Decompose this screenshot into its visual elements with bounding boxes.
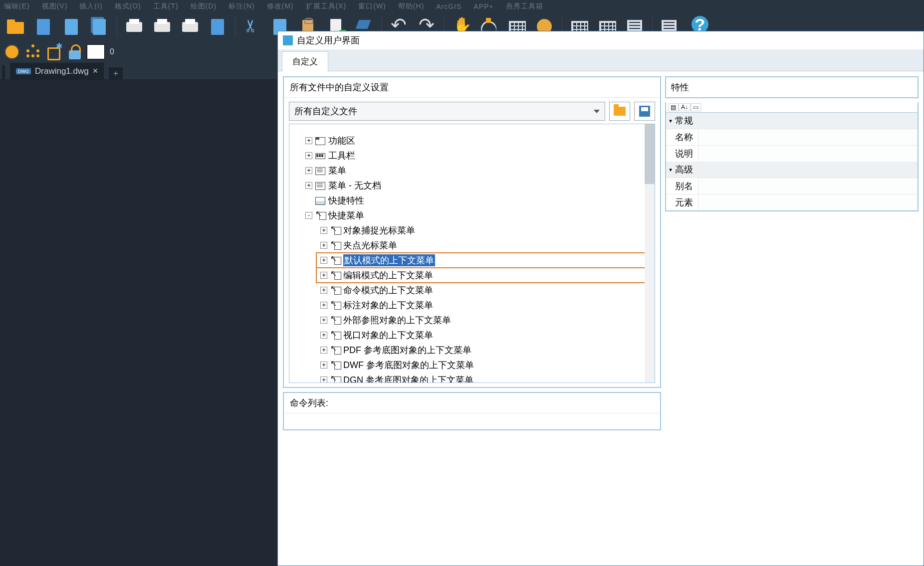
add-tab-button[interactable]: ＋ [109,67,123,79]
expand-icon[interactable]: + [320,287,327,294]
tree-row[interactable]: +DWF 参考底图对象的上下文菜单 [316,358,655,373]
tree-scroll-thumb[interactable] [645,124,655,184]
expand-icon[interactable]: + [320,332,327,339]
customizations-tree[interactable]: +功能区+工具栏+菜单+菜单 - 无文档快捷特性-快捷菜单+对象捕捉光标菜单+夹… [289,124,655,383]
tree-row[interactable]: +外部参照对象的上下文菜单 [316,313,655,328]
tree-row[interactable]: 快捷特性 [301,193,655,208]
document-tab-active[interactable]: DWG Drawing1.dwg × [10,63,104,79]
print-preview-button[interactable] [149,14,175,40]
property-grid-toolbar[interactable]: ▤ A↓ ▭ [665,102,919,113]
menu-item[interactable]: 标注(N) [229,2,254,11]
open-cui-button[interactable] [609,102,630,121]
publish-button[interactable] [205,14,231,40]
property-row[interactable]: 名称 [666,129,918,145]
tree-row[interactable]: +工具栏 [301,148,655,163]
tree-row[interactable]: +视口对象的上下文菜单 [316,328,655,343]
lock-icon[interactable] [66,43,84,61]
dialog-titlebar: 自定义用户界面 [278,31,924,49]
print-button[interactable] [121,14,147,40]
expand-icon[interactable]: + [305,152,312,159]
menu-item[interactable]: 扩展工具(X) [306,2,347,11]
expand-icon[interactable]: + [320,242,327,249]
prop-sort-az-icon[interactable]: A↓ [679,103,691,111]
light-bulb-icon[interactable] [3,43,21,61]
prop-icon [315,196,325,205]
expand-icon[interactable]: + [305,137,312,144]
layer-name-label: 0 [110,47,114,56]
plot-setup-icon [180,17,200,37]
freeze-icon[interactable] [24,43,42,61]
menu-item[interactable]: 格式(O) [115,2,141,11]
cursor-icon [330,271,340,280]
dialog-title-text: 自定义用户界面 [297,34,360,46]
expand-icon[interactable]: + [320,377,327,383]
menu-item[interactable]: 插入(I) [79,2,102,11]
tree-row[interactable]: +菜单 [301,163,655,178]
save-doc-icon [62,17,82,37]
tree-row[interactable]: +默认模式的上下文菜单 [316,253,655,268]
tree-row[interactable]: +命令模式的上下文菜单 [316,283,655,298]
tree-row[interactable]: +对象捕捉光标菜单 [316,223,655,238]
tree-row[interactable]: +功能区 [301,133,655,148]
prop-sort-cat-icon[interactable]: ▤ [668,103,679,111]
menu-item[interactable]: APP+ [473,2,493,10]
property-row[interactable]: 别名 [666,178,918,194]
tree-row[interactable]: -快捷菜单 [301,208,655,223]
tree-item-label: 标注对象的上下文菜单 [343,299,433,311]
expand-icon[interactable]: + [305,182,312,189]
tree-item-label: 快捷菜单 [328,209,364,221]
tree-row[interactable]: +PDF 参考底图对象的上下文菜单 [316,343,655,358]
expand-icon[interactable]: + [320,347,327,354]
expand-icon[interactable]: + [320,272,327,279]
expand-icon[interactable]: + [320,317,327,324]
prop-pages-icon[interactable]: ▭ [691,103,701,111]
property-value[interactable] [698,178,918,194]
menu-item[interactable]: 窗口(W) [358,2,386,11]
property-row[interactable]: 元素 [666,194,918,210]
tree-row[interactable]: +标注对象的上下文菜单 [316,298,655,313]
menu-item[interactable]: 修改(M) [267,2,294,11]
property-value[interactable] [698,129,918,145]
expand-icon[interactable]: + [320,362,327,369]
tree-row[interactable]: +DGN 参考底图对象的上下文菜单 [316,373,655,383]
collapse-icon[interactable]: - [305,212,312,219]
cursor-icon [330,301,340,310]
menu-item[interactable]: 燕秀工具箱 [506,2,543,11]
expand-icon[interactable]: + [320,257,327,264]
cui-file-combo[interactable]: 所有自定义文件 [289,102,605,121]
property-value[interactable] [698,146,918,162]
menu-item[interactable]: 绘图(D) [191,2,217,11]
save-doc-button[interactable] [59,14,85,40]
menu-item[interactable]: 工具(T) [153,2,179,11]
menu-item[interactable]: ArcGIS [436,2,462,10]
tree-row[interactable]: +菜单 - 无文档 [301,178,655,193]
tree-scrollbar[interactable] [645,124,655,382]
expand-icon[interactable]: + [320,302,327,309]
property-row[interactable]: 说明 [666,145,918,162]
toolbar-separator [117,16,117,37]
plot-setup-button[interactable] [177,14,203,40]
tree-row[interactable]: +夹点光标菜单 [316,238,655,253]
save-all-button[interactable] [87,14,113,40]
expand-icon[interactable]: + [305,167,312,174]
menu-item[interactable]: 视图(V) [42,2,68,11]
property-category[interactable]: 高级 [666,162,918,178]
open-folder-button[interactable] [3,14,29,40]
menu-item[interactable]: 编辑(E) [4,2,30,11]
menu-item[interactable]: 帮助(H) [398,2,424,11]
command-list-header: 命令列表: [284,393,660,413]
tree-row[interactable]: +编辑模式的上下文菜单 [316,268,655,283]
toolbar-separator [235,16,235,37]
cut-button[interactable] [239,14,265,40]
tab-customize[interactable]: 自定义 [282,51,328,71]
close-tab-icon[interactable]: × [93,66,98,76]
new-doc-button[interactable] [31,14,57,40]
property-grid[interactable]: 常规名称说明高级别名元素 [665,113,919,211]
new-layer-icon[interactable] [45,43,63,61]
save-cui-button[interactable] [634,102,655,121]
layer-color-swatch[interactable] [87,43,105,61]
expand-icon[interactable]: + [320,227,327,234]
property-value[interactable] [698,194,918,210]
properties-panel-header: 特性 [665,76,919,98]
property-category[interactable]: 常规 [666,113,918,129]
